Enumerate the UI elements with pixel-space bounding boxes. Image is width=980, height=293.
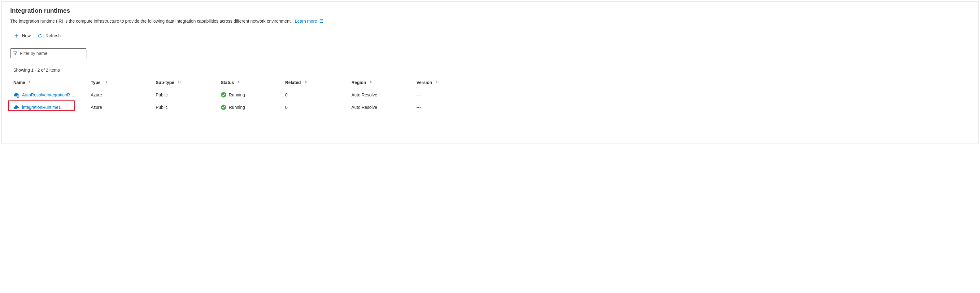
description-text: The integration runtime (IR) is the comp…: [10, 19, 292, 24]
table-body: AutoResolveIntegrationR… Azure Public Ru…: [10, 89, 970, 114]
svg-point-5: [221, 92, 226, 98]
table-row: integrationRuntime1 Azure Public Running…: [10, 101, 970, 114]
col-related-label: Related: [285, 80, 301, 85]
subtype-cell: Public: [156, 92, 221, 98]
toolbar: New Refresh: [10, 30, 970, 44]
svg-point-7: [18, 109, 19, 109]
col-subtype-label: Sub-type: [156, 80, 174, 85]
col-subtype[interactable]: Sub-type: [156, 80, 221, 85]
status-cell: Running: [221, 92, 285, 98]
runtime-name-link[interactable]: AutoResolveIntegrationR…: [22, 92, 75, 98]
subtype-cell: Public: [156, 105, 221, 110]
new-label: New: [22, 33, 31, 38]
type-cell: Azure: [91, 92, 156, 98]
name-cell: integrationRuntime1: [13, 104, 91, 110]
filter-icon: [13, 51, 18, 56]
sort-icon: [177, 80, 181, 85]
cloud-runtime-icon: [13, 104, 19, 110]
status-ok-icon: [221, 104, 226, 110]
table-row: AutoResolveIntegrationR… Azure Public Ru…: [10, 89, 970, 101]
external-link-icon: [320, 19, 324, 24]
col-region[interactable]: Region: [352, 80, 417, 85]
runtime-name-link[interactable]: integrationRuntime1: [22, 105, 61, 110]
col-type-label: Type: [91, 80, 101, 85]
sort-icon: [435, 80, 439, 85]
svg-point-8: [221, 105, 226, 110]
col-version-label: Version: [417, 80, 432, 85]
filter-section: [10, 48, 970, 58]
type-cell: Azure: [91, 105, 156, 110]
status-cell: Running: [221, 104, 285, 110]
col-status-label: Status: [221, 80, 234, 85]
col-related[interactable]: Related: [285, 80, 352, 85]
sort-icon: [28, 80, 32, 85]
version-cell: ---: [417, 92, 478, 98]
status-text: Running: [229, 105, 245, 110]
name-cell: AutoResolveIntegrationR…: [13, 92, 91, 98]
runtimes-table: Name Type Sub-type: [10, 77, 970, 114]
region-cell: Auto Resolve: [352, 92, 417, 98]
sort-icon: [104, 80, 108, 85]
page-title: Integration runtimes: [10, 7, 970, 14]
svg-point-4: [18, 96, 19, 97]
plus-icon: [14, 33, 19, 38]
table-header: Name Type Sub-type: [10, 77, 970, 89]
filter-input-wrap[interactable]: [10, 48, 86, 58]
cloud-runtime-icon: [13, 92, 19, 98]
new-button[interactable]: New: [13, 32, 31, 39]
refresh-icon: [37, 33, 43, 38]
sort-icon: [369, 80, 373, 85]
region-cell: Auto Resolve: [352, 105, 417, 110]
col-region-label: Region: [352, 80, 366, 85]
related-cell: 0: [285, 92, 352, 98]
refresh-label: Refresh: [46, 33, 61, 38]
col-type[interactable]: Type: [91, 80, 156, 85]
refresh-button[interactable]: Refresh: [37, 32, 61, 39]
version-cell: ---: [417, 105, 478, 110]
col-name[interactable]: Name: [13, 80, 91, 85]
status-text: Running: [229, 92, 245, 98]
status-ok-icon: [221, 92, 226, 98]
filter-input[interactable]: [18, 51, 84, 56]
learn-more-label: Learn more: [295, 19, 317, 24]
sort-icon: [304, 80, 308, 85]
col-version[interactable]: Version: [417, 80, 478, 85]
col-status[interactable]: Status: [221, 80, 285, 85]
page-description: The integration runtime (IR) is the comp…: [10, 19, 970, 24]
related-cell: 0: [285, 105, 352, 110]
sort-icon: [237, 80, 241, 85]
learn-more-link[interactable]: Learn more: [295, 19, 323, 24]
showing-text: Showing 1 - 2 of 2 items: [10, 64, 970, 77]
integration-runtimes-panel: Integration runtimes The integration run…: [1, 1, 979, 144]
col-name-label: Name: [13, 80, 25, 85]
